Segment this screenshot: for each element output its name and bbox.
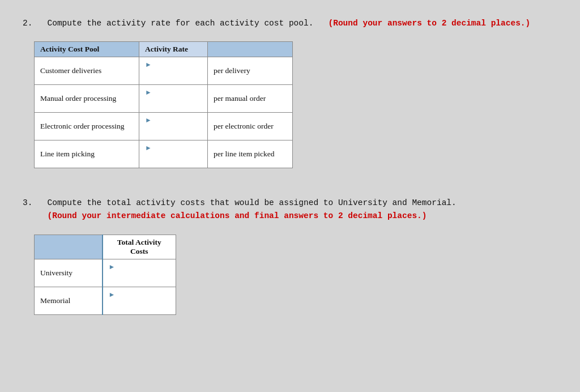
question-3-highlight: (Round your intermediate calculations an… xyxy=(48,211,427,220)
table-row: Electronic order processing ► per electr… xyxy=(35,113,293,140)
pool-cell-1: Customer deliveries xyxy=(35,57,139,85)
arrow-icon-4: ► xyxy=(145,144,152,152)
col-header-unit xyxy=(208,42,293,57)
question-3-text: 3. Compute the total activity costs that… xyxy=(23,197,557,223)
total-activity-costs-table: Total Activity Costs University ► Memori… xyxy=(34,235,176,315)
total-input-1[interactable] xyxy=(109,271,165,284)
rate-input-1[interactable] xyxy=(145,69,202,82)
question-3-number: 3. xyxy=(23,198,32,207)
pool-cell-4: Line item picking xyxy=(35,140,139,168)
question-2-body: Compute the activity rate for each activ… xyxy=(48,19,314,28)
question-3-body: Compute the total activity costs that wo… xyxy=(48,198,457,207)
rate-input-3[interactable] xyxy=(145,125,202,137)
rate-input-cell-4[interactable]: ► xyxy=(139,140,208,168)
question-2-text: 2. Compute the activity rate for each ac… xyxy=(23,17,557,30)
total-input-cell-1[interactable]: ► xyxy=(103,259,176,287)
col-header-total: Total Activity Costs xyxy=(103,235,176,259)
rate-input-cell-1[interactable]: ► xyxy=(139,57,208,85)
table-row: University ► xyxy=(35,259,176,287)
unit-cell-3: per electronic order xyxy=(208,113,293,140)
rate-input-2[interactable] xyxy=(145,97,202,109)
arrow-icon-1: ► xyxy=(145,61,152,69)
arrow-icon-2: ► xyxy=(145,88,152,96)
entity-cell-2: Memorial xyxy=(35,287,103,314)
rate-input-4[interactable] xyxy=(145,152,202,165)
pool-cell-2: Manual order processing xyxy=(35,85,139,113)
col-header-pool: Activity Cost Pool xyxy=(35,42,139,57)
col-header-rate: Activity Rate xyxy=(139,42,208,57)
unit-cell-4: per line item picked xyxy=(208,140,293,168)
entity-cell-1: University xyxy=(35,259,103,287)
question-2-highlight: (Round your answers to 2 decimal places.… xyxy=(329,19,531,28)
page: 2. Compute the activity rate for each ac… xyxy=(0,0,580,392)
rate-input-cell-2[interactable]: ► xyxy=(139,85,208,113)
rate-input-cell-3[interactable]: ► xyxy=(139,113,208,140)
arrow-icon-5: ► xyxy=(109,263,116,271)
unit-cell-1: per delivery xyxy=(208,57,293,85)
question-3-section: 3. Compute the total activity costs that… xyxy=(23,197,557,314)
activity-rate-table: Activity Cost Pool Activity Rate Custome… xyxy=(34,41,293,168)
col-header-empty xyxy=(35,235,103,259)
activity-rate-table-body: Customer deliveries ► per delivery Manua… xyxy=(35,57,293,168)
total-input-2[interactable] xyxy=(109,299,165,312)
arrow-icon-6: ► xyxy=(109,291,116,299)
question-2-number: 2. xyxy=(23,19,32,28)
unit-cell-2: per manual order xyxy=(208,85,293,113)
table-row: Line item picking ► per line item picked xyxy=(35,140,293,168)
table-row: Manual order processing ► per manual ord… xyxy=(35,85,293,113)
table-row: Customer deliveries ► per delivery xyxy=(35,57,293,85)
total-input-cell-2[interactable]: ► xyxy=(103,287,176,314)
table-row: Memorial ► xyxy=(35,287,176,314)
total-costs-table-body: University ► Memorial ► xyxy=(35,259,176,314)
question-2-section: 2. Compute the activity rate for each ac… xyxy=(23,17,557,168)
pool-cell-3: Electronic order processing xyxy=(35,113,139,140)
arrow-icon-3: ► xyxy=(145,116,152,124)
